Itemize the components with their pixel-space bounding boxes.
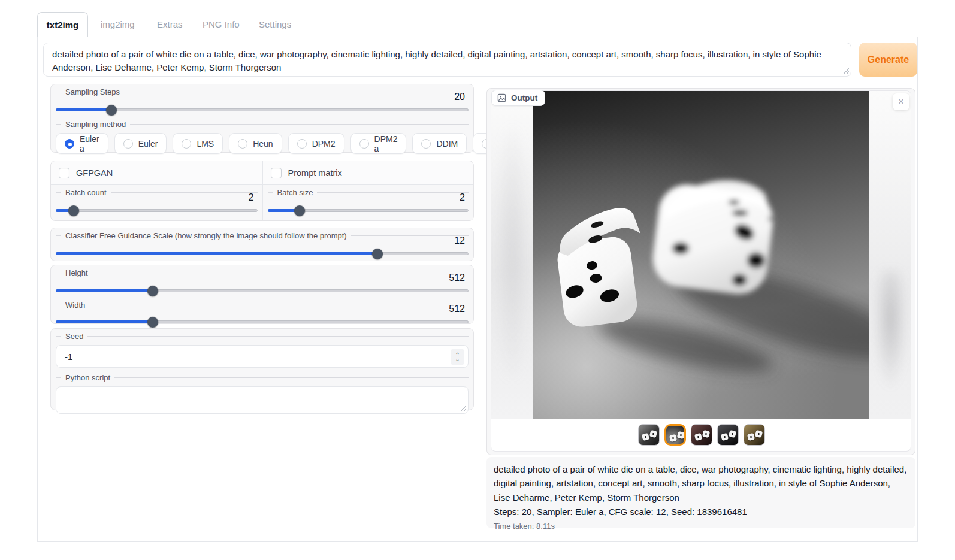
- mini-die-icon: [669, 434, 677, 442]
- sampling-option-lms[interactable]: LMS: [173, 133, 223, 154]
- sampling-option-label: DDIM: [436, 139, 458, 149]
- slider-thumb[interactable]: [294, 205, 305, 216]
- radio-icon[interactable]: [182, 139, 191, 149]
- seed-input[interactable]: -1 ⌃ ⌄: [56, 345, 469, 368]
- sampling-option-euler-a[interactable]: Euler a: [56, 133, 108, 154]
- python-script-label: Python script: [65, 373, 110, 382]
- batch-group: GFPGAN Batch count 2 Prompt matrix Batch…: [50, 161, 474, 221]
- prompt-matrix-checkbox[interactable]: [271, 168, 282, 178]
- caption-params: Steps: 20, Sampler: Euler a, CFG scale: …: [494, 505, 908, 519]
- sampling-method-label: Sampling method: [65, 120, 126, 129]
- gfpgan-checkbox-row[interactable]: GFPGAN: [51, 161, 262, 185]
- height-label: Height: [65, 268, 88, 277]
- cfg-group: Classifier Free Guidance Scale (how stro…: [50, 228, 474, 261]
- radio-icon[interactable]: [123, 139, 133, 149]
- prompt-text: detailed photo of a pair of white die on…: [52, 49, 821, 72]
- radio-icon[interactable]: [297, 139, 307, 149]
- tab-txt2img[interactable]: txt2img: [37, 12, 88, 37]
- sampling-option-ddim[interactable]: DDIM: [412, 133, 467, 154]
- batch-size-field: Batch size 2: [263, 185, 474, 220]
- tab-png-info[interactable]: PNG Info: [203, 19, 240, 29]
- mini-die-icon: [677, 431, 685, 439]
- sampling-method-field: Sampling method Euler aEulerLMSHeunDPM2D…: [51, 119, 473, 158]
- height-value: 512: [449, 273, 465, 283]
- slider-thumb[interactable]: [147, 317, 158, 328]
- thumbnail-4[interactable]: [717, 424, 739, 446]
- sampling-option-dpm2[interactable]: DPM2: [288, 133, 344, 154]
- thumbnail-5[interactable]: [744, 424, 765, 446]
- seed-script-group: Seed -1 ⌃ ⌄ Python script: [50, 328, 474, 410]
- sampling-option-label: LMS: [197, 139, 214, 149]
- batch-size-slider[interactable]: [268, 205, 469, 216]
- radio-selected-icon[interactable]: [65, 139, 74, 149]
- batch-count-field: Batch count 2: [51, 185, 262, 220]
- height-slider[interactable]: [56, 286, 469, 296]
- python-script-field: Python script: [51, 371, 473, 417]
- prompt-matrix-checkbox-row[interactable]: Prompt matrix: [263, 161, 474, 185]
- resize-handle-icon[interactable]: [460, 405, 466, 411]
- cfg-label: Classifier Free Guidance Scale (how stro…: [65, 231, 347, 240]
- output-label: Output: [511, 93, 537, 102]
- sampling-method-options: Euler aEulerLMSHeunDPM2DPM2 aDDIMPLMS: [56, 133, 469, 154]
- gfpgan-checkbox[interactable]: [59, 168, 69, 178]
- radio-icon[interactable]: [421, 139, 431, 149]
- batch-count-slider[interactable]: [56, 205, 258, 216]
- width-label: Width: [65, 301, 85, 310]
- radio-icon[interactable]: [238, 139, 247, 149]
- sampling-option-dpm2-a[interactable]: DPM2 a: [350, 133, 407, 154]
- slider-thumb[interactable]: [68, 205, 79, 216]
- thumbnail-strip: [638, 424, 765, 446]
- mini-die-icon: [649, 430, 657, 438]
- prompt-input[interactable]: detailed photo of a pair of white die on…: [43, 43, 851, 77]
- mini-die-icon: [642, 433, 649, 441]
- sampling-option-label: DPM2: [312, 139, 336, 149]
- gallery-left-fill: [491, 91, 533, 419]
- output-gallery: [491, 90, 911, 452]
- sampling-group: Sampling Steps 20 Sampling method Euler …: [50, 84, 474, 153]
- slider-thumb[interactable]: [147, 286, 158, 296]
- output-header: Output: [491, 90, 545, 106]
- output-caption: detailed photo of a pair of white die on…: [486, 457, 915, 528]
- python-script-input[interactable]: [56, 386, 469, 414]
- cfg-value: 12: [454, 235, 465, 246]
- sampling-option-heun[interactable]: Heun: [229, 133, 282, 154]
- radio-icon[interactable]: [359, 139, 369, 149]
- seed-field: Seed -1 ⌃ ⌄: [51, 329, 473, 371]
- close-gallery-button[interactable]: ×: [893, 93, 909, 110]
- tab-img2img[interactable]: img2img: [101, 19, 135, 29]
- number-spinner[interactable]: ⌃ ⌄: [451, 349, 464, 365]
- thumbnail-3[interactable]: [691, 424, 712, 446]
- mini-die-icon: [755, 430, 763, 438]
- thumbnail-1[interactable]: [638, 424, 660, 446]
- batch-size-value: 2: [460, 192, 465, 203]
- generate-button[interactable]: Generate: [859, 43, 917, 77]
- gallery-right-fill: [869, 91, 911, 419]
- width-slider[interactable]: [56, 317, 469, 328]
- mini-die-icon: [702, 430, 710, 438]
- gfpgan-label: GFPGAN: [76, 168, 113, 178]
- mini-die-icon: [729, 430, 736, 438]
- sampling-option-label: Euler: [138, 139, 158, 149]
- resize-handle-icon[interactable]: [842, 68, 849, 74]
- height-field: Height 512: [51, 265, 473, 300]
- sampling-option-label: Euler a: [80, 134, 99, 153]
- thumbnail-2[interactable]: [664, 424, 686, 446]
- sampling-option-label: DPM2 a: [374, 134, 398, 153]
- caption-time-taken: Time taken: 8.11s: [494, 520, 908, 532]
- cfg-slider[interactable]: [56, 249, 469, 259]
- mini-die-icon: [747, 433, 755, 441]
- app-canvas: txt2img img2img Extras PNG Info Settings…: [0, 0, 955, 560]
- slider-thumb[interactable]: [106, 105, 117, 116]
- sampling-steps-slider[interactable]: [56, 105, 469, 116]
- generated-dice-image[interactable]: [533, 91, 869, 419]
- tab-extras[interactable]: Extras: [157, 19, 183, 29]
- chevron-down-icon[interactable]: ⌄: [455, 357, 460, 361]
- prompt-matrix-label: Prompt matrix: [288, 168, 342, 178]
- sampling-option-euler[interactable]: Euler: [114, 133, 167, 154]
- cfg-field: Classifier Free Guidance Scale (how stro…: [51, 228, 473, 263]
- sampling-option-label: Heun: [253, 139, 273, 149]
- sampling-steps-label: Sampling Steps: [65, 87, 120, 96]
- dimensions-group: Height 512 Width 512: [50, 265, 474, 324]
- slider-thumb[interactable]: [372, 249, 383, 259]
- tab-settings[interactable]: Settings: [259, 19, 291, 29]
